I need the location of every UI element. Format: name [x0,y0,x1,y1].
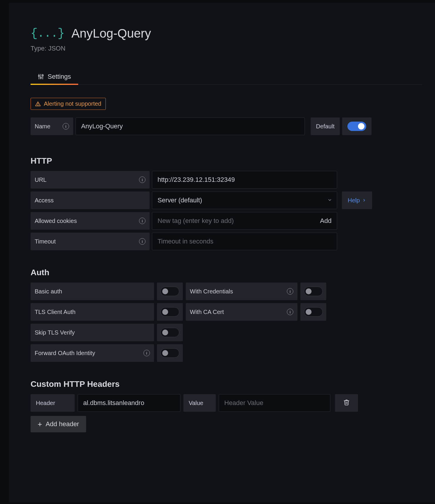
info-icon[interactable] [287,309,293,315]
with-credentials-label: With Credentials [186,283,297,300]
auth-section-title: Auth [31,268,422,277]
svg-point-1 [39,75,40,76]
url-label: URL [31,171,150,189]
info-icon[interactable] [139,177,145,183]
name-label: Name [31,117,73,135]
sliders-icon [38,73,44,80]
allowed-cookies-input[interactable] [158,217,320,225]
help-button[interactable]: Help [342,191,372,209]
header-value-label: Value [183,394,216,412]
default-label: Default [311,117,340,135]
timeout-label: Timeout [31,233,150,250]
add-tag-button[interactable]: Add [320,217,332,225]
basic-auth-toggle[interactable] [160,287,179,296]
timeout-input[interactable] [152,233,337,250]
tab-settings[interactable]: Settings [31,70,78,85]
tab-label: Settings [48,73,71,80]
info-icon[interactable] [287,288,293,295]
access-select[interactable]: Server (default) [152,191,337,209]
with-ca-cert-label: With CA Cert [186,303,297,321]
alerting-badge: Alerting not supported [31,98,106,110]
trash-icon [343,399,350,407]
with-credentials-toggle[interactable] [304,287,323,296]
forward-oauth-toggle[interactable] [160,348,179,358]
svg-point-5 [42,75,43,76]
url-input[interactable] [152,171,337,189]
svg-point-7 [38,105,38,105]
skip-tls-verify-toggle[interactable] [160,328,179,337]
basic-auth-label: Basic auth [31,283,154,300]
json-icon: {...} [31,27,64,40]
warning-icon [35,101,41,107]
page-title: AnyLog-Query [71,26,151,41]
info-icon[interactable] [139,238,145,245]
datasource-type: Type: JSON [31,45,422,52]
http-section-title: HTTP [31,156,422,166]
tls-client-auth-toggle[interactable] [160,307,179,317]
tls-client-auth-label: TLS Client Auth [31,303,154,321]
name-input[interactable] [76,117,305,135]
custom-headers-section-title: Custom HTTP Headers [31,379,422,389]
header-value-input[interactable] [219,394,330,412]
default-toggle[interactable] [347,122,366,131]
info-icon[interactable] [143,350,150,356]
access-label: Access [31,191,150,209]
info-icon[interactable] [63,123,69,130]
svg-point-3 [40,77,41,78]
plus-icon: + [38,420,42,428]
header-name-input[interactable] [78,394,180,412]
skip-tls-verify-label: Skip TLS Verify [31,324,154,341]
chevron-down-icon [327,196,332,204]
allowed-cookies-label: Allowed cookies [31,212,150,230]
with-ca-cert-toggle[interactable] [304,307,323,317]
add-header-button[interactable]: + Add header [31,416,86,432]
header-name-label: Header [31,394,75,412]
forward-oauth-label: Forward OAuth Identity [31,344,154,362]
delete-header-button[interactable] [335,394,358,412]
info-icon[interactable] [139,218,145,224]
